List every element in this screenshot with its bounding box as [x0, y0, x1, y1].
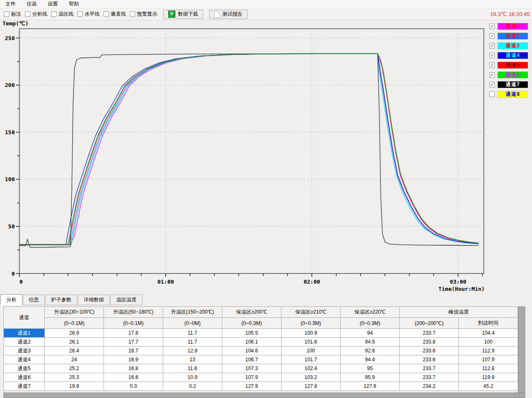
channel-checkbox[interactable]: ✓	[489, 33, 495, 39]
toolbar-checkbox-label: 温区线	[58, 11, 74, 18]
x-tick-label: 01:00	[157, 279, 174, 285]
channel-checkbox[interactable]: ✓	[489, 62, 495, 68]
table-row-channel-1[interactable]: 通道126.917.811.7105.5100.994233.7104.4	[4, 329, 518, 338]
channel-checkbox[interactable]: ✓	[489, 53, 495, 58]
table-cell: 103.2	[281, 373, 341, 382]
table-cell: 100.9	[281, 329, 341, 338]
x-tick-label: 03:00	[450, 279, 466, 285]
table-cell: 104.4	[459, 329, 518, 338]
table-cell: 119.9	[459, 373, 518, 382]
table-cell: 233.7	[400, 329, 459, 338]
table-cell: 112.9	[459, 347, 518, 355]
channel-label-chip[interactable]: 通道3	[497, 42, 528, 49]
table-cell: 25.2	[45, 364, 104, 373]
table-cell: 107.9	[459, 355, 518, 364]
row-header-channel[interactable]: 通道5	[4, 364, 45, 373]
toolbar-checkbox-6[interactable]: 预警显示	[130, 11, 157, 18]
toolbar-checkbox-3[interactable]: 温区线	[51, 11, 74, 18]
channel-checkbox[interactable]: ✓	[489, 72, 495, 78]
table-cell: 26.9	[45, 329, 104, 338]
column-header-group: 保温区≥210℃	[281, 307, 341, 318]
table-cell: 10.9	[163, 373, 222, 382]
vertical-scrollbar[interactable]	[518, 306, 525, 393]
table-row-channel-3[interactable]: 通道326.418.712.8104.610092.6233.6112.9	[4, 347, 518, 355]
table-row-channel-5[interactable]: 通道525.216.811.6107.3102.495233.7112.8	[4, 364, 518, 373]
y-tick-label: 200	[5, 82, 15, 88]
channel-label-chip[interactable]: 通道2	[497, 32, 528, 40]
series-line-通道5	[19, 54, 478, 245]
table-cell: 234.2	[400, 382, 459, 391]
menu-bar: 文件仪器设置帮助	[0, 0, 532, 8]
toolbar-checkbox-1[interactable]: 标注	[4, 11, 21, 18]
y-tick-label: 150	[5, 129, 15, 135]
row-header-channel[interactable]: 通道4	[4, 355, 45, 364]
table-row-channel-7[interactable]: 通道719.90.30.2127.9127.8127.6234.245.2	[4, 382, 518, 391]
toolbar-checkbox-label: 预警显示	[137, 11, 157, 18]
table-cell: 101.7	[281, 355, 341, 364]
menu-item-1[interactable]: 文件	[0, 0, 21, 8]
row-header-channel[interactable]: 通道6	[4, 373, 45, 382]
tab-3[interactable]: 炉子参数	[45, 295, 77, 305]
table-cell: 26.1	[45, 338, 104, 347]
horizontal-scrollbar[interactable]	[3, 393, 525, 398]
toolbar-button-label: 数据下载	[178, 11, 198, 18]
tab-2[interactable]: 信息	[23, 295, 45, 305]
channel-label-chip[interactable]: 通道1	[497, 23, 528, 30]
legend-row-channel-6: ✓通道6	[489, 71, 532, 79]
column-header-sub: (0~0.1M)	[45, 318, 104, 329]
channel-label-chip[interactable]: 通道7	[497, 81, 528, 88]
toolbar-checkbox-5[interactable]: 垂直线	[104, 11, 126, 18]
y-axis-title: Temp(℃)	[3, 20, 29, 27]
checkbox-icon[interactable]	[25, 11, 30, 17]
toolbar-checkbox-4[interactable]: 水平线	[77, 11, 100, 18]
legend-row-channel-3: ✓通道3	[489, 42, 532, 49]
toolbar: 标注分析线温区线水平线垂直线预警显示 V数据下载测试报告 19.3℃ 18:20…	[0, 8, 532, 20]
table-header-row-2: (0~0.1M)(0~0.1M)(0~0M)(0~0.3M)(0~0.3M)(0…	[4, 318, 518, 329]
tab-4[interactable]: 详细数据	[78, 295, 110, 305]
tab-bar: 分析信息炉子参数详细数据温区温度	[0, 296, 143, 305]
legend-row-channel-7: ✓通道7	[489, 81, 532, 88]
status-temp-time: 19.3℃ 18:20:45	[490, 11, 530, 17]
analysis-table: 通道升温区(30~100℃)升温区(50~180℃)升温区(150~200℃)保…	[3, 306, 518, 391]
table-cell: 45.2	[459, 382, 518, 391]
table-cell: 13	[163, 355, 222, 364]
row-header-channel[interactable]: 通道1	[4, 329, 45, 338]
data-download-button[interactable]: V数据下载	[163, 10, 203, 19]
table-cell: 104.6	[222, 347, 281, 355]
temperature-chart: 050100150200250001:0002:0003:00Temp(℃)Ti…	[0, 20, 487, 295]
channel-label-chip[interactable]: 通道6	[497, 71, 528, 79]
test-report-button[interactable]: 测试报告	[209, 10, 248, 19]
tab-1[interactable]: 分析	[0, 294, 22, 305]
checkbox-icon[interactable]	[130, 11, 135, 17]
toolbar-checkbox-2[interactable]: 分析线	[25, 11, 47, 18]
table-cell: 18.7	[104, 347, 163, 355]
checkbox-icon[interactable]	[104, 11, 109, 17]
row-header-channel[interactable]: 通道2	[4, 338, 45, 347]
table-row-channel-6[interactable]: 通道625.316.610.9107.9103.295.9233.7119.9	[4, 373, 518, 382]
checkbox-icon[interactable]	[77, 11, 83, 17]
table-row-channel-4[interactable]: 通道42416.913106.7101.794.4233.6107.9	[4, 355, 518, 364]
channel-checkbox[interactable]: ✓	[489, 43, 495, 49]
channel-label-chip[interactable]: 通道5	[497, 62, 528, 69]
menu-item-4[interactable]: 帮助	[63, 0, 85, 8]
tab-5[interactable]: 温区温度	[110, 295, 142, 305]
row-header-channel[interactable]: 通道7	[4, 382, 45, 391]
row-header-channel[interactable]: 通道3	[4, 347, 45, 355]
column-header-channel: 通道	[4, 307, 45, 329]
channel-label-chip[interactable]: 通道8	[497, 91, 528, 98]
channel-checkbox[interactable]: ✓	[489, 82, 495, 87]
table-cell: 233.8	[400, 338, 459, 347]
legend-row-channel-2: ✓通道2	[489, 32, 532, 40]
menu-item-3[interactable]: 设置	[42, 0, 63, 8]
menu-item-2[interactable]: 仪器	[21, 0, 42, 8]
channel-label-chip[interactable]: 通道4	[497, 52, 528, 59]
series-line-通道4	[19, 54, 478, 245]
checkbox-icon[interactable]	[4, 11, 9, 17]
checkbox-icon[interactable]	[51, 11, 57, 17]
table-row-channel-2[interactable]: 通道226.117.711.7106.1101.694.5233.8100	[4, 338, 518, 347]
channel-checkbox[interactable]: ✓	[489, 24, 495, 29]
series-line-通道2	[19, 54, 478, 245]
legend-row-channel-8: 通道8	[489, 91, 532, 98]
x-tick-label: 0	[19, 279, 23, 285]
channel-checkbox[interactable]	[489, 92, 495, 97]
